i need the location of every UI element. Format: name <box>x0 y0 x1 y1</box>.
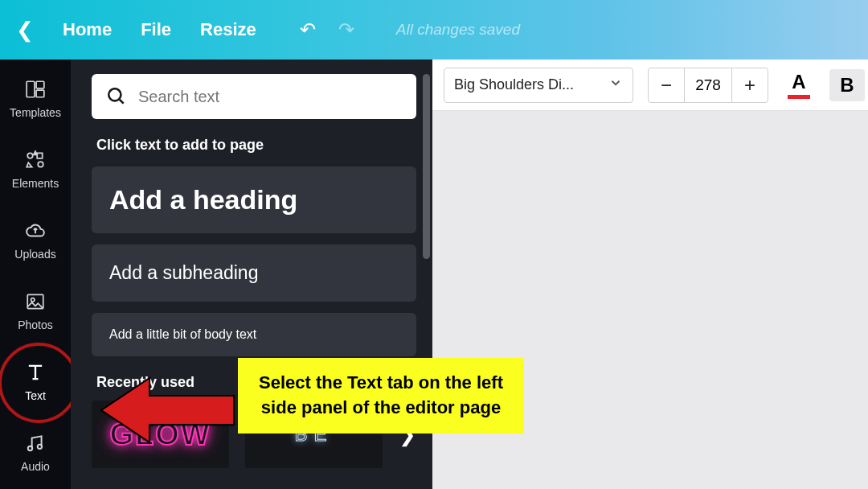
svg-point-9 <box>38 445 42 449</box>
rail-templates[interactable]: Templates <box>0 71 71 125</box>
file-menu[interactable]: File <box>141 19 171 40</box>
svg-rect-0 <box>27 81 35 97</box>
font-family-dropdown[interactable]: Big Shoulders Di... <box>444 68 633 103</box>
search-input[interactable] <box>138 88 402 106</box>
font-family-value: Big Shoulders Di... <box>454 76 574 93</box>
add-body-text-button[interactable]: Add a little bit of body text <box>92 313 416 356</box>
rail-label: Templates <box>10 106 61 119</box>
svg-point-10 <box>108 88 121 101</box>
rail-label: Photos <box>18 318 53 331</box>
font-size-increase[interactable]: + <box>732 68 768 102</box>
top-menu-bar: ❮ Home File Resize ↶ ↷ All changes saved <box>0 0 868 60</box>
home-link[interactable]: Home <box>63 19 112 40</box>
elements-icon <box>22 148 49 172</box>
rail-label: Elements <box>12 177 59 190</box>
templates-icon <box>22 77 49 101</box>
rail-audio[interactable]: Audio <box>0 425 71 479</box>
redo-icon[interactable]: ↷ <box>338 18 354 41</box>
text-color-letter: A <box>792 71 805 93</box>
tutorial-callout: Select the Text tab on the left side pan… <box>238 358 524 434</box>
text-color-swatch <box>788 95 810 99</box>
audio-icon <box>22 431 49 455</box>
callout-line1: Select the Text tab on the left <box>259 371 503 396</box>
rail-label: Text <box>25 389 46 402</box>
rail-text[interactable]: Text <box>0 354 71 409</box>
svg-rect-1 <box>36 81 44 88</box>
rail-photos[interactable]: Photos <box>0 283 71 338</box>
undo-redo-group: ↶ ↷ <box>300 18 354 41</box>
topbar-left-group: ❮ Home File Resize ↶ ↷ All changes saved <box>16 18 520 43</box>
text-properties-bar: Big Shoulders Di... − + A B <box>432 60 868 111</box>
text-icon <box>22 360 49 384</box>
left-rail: Templates Elements Uploads Photos Text <box>0 60 71 489</box>
chevron-down-icon <box>608 76 623 94</box>
save-status-text: All changes saved <box>396 21 520 39</box>
photos-icon <box>22 290 49 314</box>
uploads-icon <box>22 219 49 243</box>
svg-point-8 <box>28 446 32 450</box>
rail-uploads[interactable]: Uploads <box>0 212 71 267</box>
svg-rect-2 <box>36 90 44 97</box>
panel-instruction-text: Click text to add to page <box>96 137 416 154</box>
search-icon <box>106 86 127 107</box>
svg-point-3 <box>27 153 33 158</box>
font-size-decrease[interactable]: − <box>649 68 684 102</box>
search-box[interactable] <box>92 74 416 119</box>
rail-elements[interactable]: Elements <box>0 142 71 196</box>
rail-label: Audio <box>21 460 50 473</box>
back-chevron-icon[interactable]: ❮ <box>16 18 34 43</box>
font-size-input[interactable] <box>684 68 732 102</box>
resize-menu[interactable]: Resize <box>200 19 256 40</box>
font-size-control: − + <box>648 68 768 103</box>
bold-button[interactable]: B <box>829 69 865 101</box>
text-color-button[interactable]: A <box>783 69 815 101</box>
add-heading-button[interactable]: Add a heading <box>92 166 416 233</box>
callout-line2: side panel of the editor page <box>259 396 503 421</box>
svg-point-5 <box>38 162 43 167</box>
panel-scrollbar[interactable] <box>423 74 430 259</box>
tutorial-arrow-icon <box>93 370 238 450</box>
svg-rect-4 <box>37 153 43 158</box>
svg-marker-11 <box>101 378 234 442</box>
svg-point-7 <box>31 298 35 302</box>
undo-icon[interactable]: ↶ <box>300 18 316 41</box>
rail-label: Uploads <box>14 248 55 261</box>
add-subheading-button[interactable]: Add a subheading <box>92 244 416 302</box>
